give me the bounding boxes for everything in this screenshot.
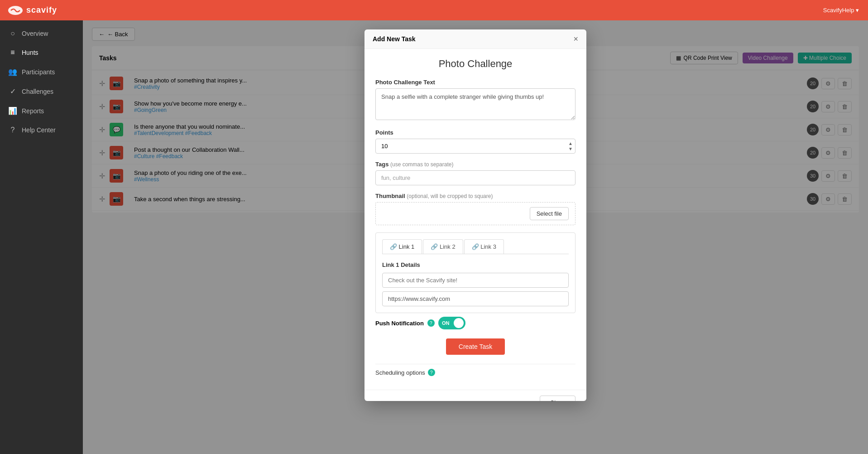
select-file-button[interactable]: Select file <box>530 207 569 220</box>
hunts-icon: ≡ <box>8 48 17 57</box>
thumbnail-label: Thumbnail (optional, will be cropped to … <box>375 193 575 199</box>
push-notification-help[interactable]: ? <box>427 319 435 327</box>
create-task-button[interactable]: Create Task <box>446 338 505 355</box>
sidebar-nav: ○ Overview ≡ Hunts 👥 Participants ✓ Chal… <box>0 20 83 140</box>
push-notification-toggle[interactable]: ON <box>438 317 465 329</box>
sidebar-item-label: Participants <box>22 68 55 76</box>
modal-footer: Close <box>364 390 586 401</box>
challenge-text-label: Photo Challenge Text <box>375 79 575 86</box>
topbar: ScavifyHelp ▾ <box>83 0 868 20</box>
close-button[interactable]: Close <box>540 396 575 401</box>
help-label: ScavifyHelp ▾ <box>823 7 859 14</box>
sidebar-item-label: Hunts <box>22 49 38 56</box>
sidebar-item-overview[interactable]: ○ Overview <box>0 24 83 43</box>
modal-overlay: Add New Task × Photo Challenge Photo Cha… <box>83 20 868 454</box>
link-tabs-container: 🔗 Link 1 🔗 Link 2 🔗 Link 3 Link 1 Detail… <box>375 232 575 313</box>
thumbnail-section: Select file <box>375 202 575 225</box>
sidebar-item-participants[interactable]: 👥 Participants <box>0 62 83 82</box>
thumbnail-hint: (optional, will be cropped to square) <box>407 193 493 199</box>
tags-hint: (use commas to separate) <box>390 161 453 168</box>
toggle-thumb <box>454 318 464 328</box>
link-tabs: 🔗 Link 1 🔗 Link 2 🔗 Link 3 <box>382 239 569 254</box>
topbar-help[interactable]: ScavifyHelp ▾ <box>823 7 859 14</box>
points-increment[interactable]: ▲ <box>567 141 574 146</box>
challenges-icon: ✓ <box>8 87 17 96</box>
modal-body: Photo Challenge Photo Challenge Text Sna… <box>364 49 586 390</box>
scheduling-row: Scheduling options ? <box>375 364 575 381</box>
points-spinners: ▲ ▼ <box>567 141 574 152</box>
link-section-title: Link 1 Details <box>382 261 569 268</box>
reports-icon: 📊 <box>8 106 17 115</box>
modal-task-type-title: Photo Challenge <box>375 58 575 70</box>
sidebar-item-label: Reports <box>22 107 44 115</box>
sidebar-item-label: Help Center <box>22 126 56 134</box>
main-area: ScavifyHelp ▾ ← ← Back Tasks ▦ QR Code P… <box>83 0 868 454</box>
content-area: ← ← Back Tasks ▦ QR Code Print View Vide… <box>83 20 868 454</box>
modal-header: Add New Task × <box>364 29 586 49</box>
sidebar-item-hunts[interactable]: ≡ Hunts <box>0 43 83 62</box>
link-description-input[interactable] <box>382 273 569 288</box>
scheduling-help[interactable]: ? <box>428 369 435 376</box>
points-group: Points ▲ ▼ <box>375 129 575 154</box>
link-url-input[interactable] <box>382 291 569 306</box>
help-icon: ? <box>8 126 17 134</box>
challenge-text-input[interactable]: Snap a selfie with a complete stranger w… <box>375 88 575 120</box>
points-decrement[interactable]: ▼ <box>567 146 574 152</box>
logo-icon <box>7 5 24 15</box>
add-task-modal: Add New Task × Photo Challenge Photo Cha… <box>364 29 586 401</box>
points-label: Points <box>375 129 575 136</box>
sidebar-item-label: Overview <box>22 30 48 37</box>
push-notification-label: Push Notification <box>375 320 424 327</box>
sidebar-header: scavify <box>0 0 83 20</box>
scheduling-label: Scheduling options <box>375 369 425 376</box>
challenge-text-group: Photo Challenge Text Snap a selfie with … <box>375 79 575 122</box>
sidebar-item-help[interactable]: ? Help Center <box>0 121 83 140</box>
push-notification-row: Push Notification ? ON <box>375 317 575 329</box>
tags-group: Tags (use commas to separate) <box>375 161 575 185</box>
link-tab-1[interactable]: 🔗 Link 1 <box>382 239 422 254</box>
tags-input[interactable] <box>375 170 575 185</box>
participants-icon: 👥 <box>8 68 17 76</box>
link-tab-2[interactable]: 🔗 Link 2 <box>423 239 463 254</box>
thumbnail-group: Thumbnail (optional, will be cropped to … <box>375 193 575 225</box>
sidebar-item-label: Challenges <box>22 88 53 95</box>
link-tab-3[interactable]: 🔗 Link 3 <box>464 239 504 254</box>
tags-label: Tags (use commas to separate) <box>375 161 575 168</box>
sidebar-item-reports[interactable]: 📊 Reports <box>0 101 83 121</box>
logo-text: scavify <box>26 5 57 15</box>
modal-close-button[interactable]: × <box>573 35 578 43</box>
overview-icon: ○ <box>8 29 17 38</box>
toggle-on-label: ON <box>440 320 450 326</box>
sidebar: scavify ○ Overview ≡ Hunts 👥 Participant… <box>0 0 83 454</box>
sidebar-item-challenges[interactable]: ✓ Challenges <box>0 82 83 101</box>
logo: scavify <box>7 5 57 15</box>
modal-header-title: Add New Task <box>373 35 416 43</box>
points-input[interactable] <box>375 139 575 154</box>
